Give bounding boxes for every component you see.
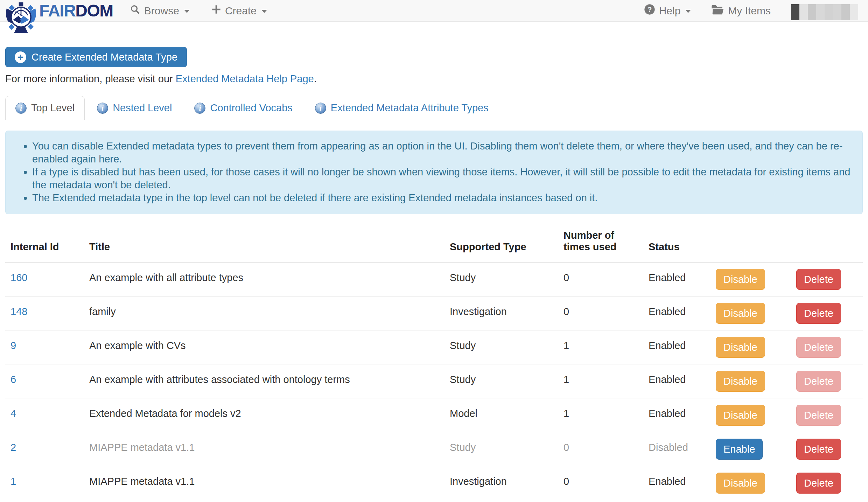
row-status: Enabled [649, 306, 686, 317]
disable-button[interactable]: Disable [716, 303, 765, 324]
tab-label: Nested Level [113, 102, 172, 114]
table-row: 1MIAPPE metadata v1.1Investigation0Enabl… [5, 466, 863, 500]
row-times-used: 0 [564, 272, 569, 283]
chevron-down-icon [685, 10, 691, 13]
tab-controlled-vocabs[interactable]: iControlled Vocabs [184, 96, 302, 120]
row-supported-type: Investigation [450, 476, 507, 487]
fairdom-wordmark: FAIRDOM [39, 0, 113, 22]
info-suffix: . [314, 73, 317, 84]
table-row: 160An example with all attribute typesSt… [5, 262, 863, 296]
notice-bullet: The Extended metadata type in the top le… [32, 191, 852, 204]
redacted-block [816, 4, 825, 20]
delete-button[interactable]: Delete [796, 303, 841, 324]
user-name-redacted[interactable] [791, 4, 858, 20]
tab-label: Controlled Vocabs [210, 102, 292, 114]
info-icon: i [194, 103, 205, 114]
create-button-label: Create Extended Metadata Type [31, 51, 177, 63]
table-header-row: Internal Id Title Supported Type Number … [5, 230, 863, 262]
tab-bar: iTop LeveliNested LeveliControlled Vocab… [5, 96, 863, 120]
row-title: An example with all attribute types [89, 272, 243, 283]
browse-menu[interactable]: Browse [130, 4, 190, 17]
tab-label: Extended Metadata Attribute Types [331, 102, 489, 114]
extended-metadata-help-link[interactable]: Extended Metadata Help Page [176, 73, 314, 84]
row-supported-type: Study [450, 374, 476, 385]
delete-button: Delete [796, 337, 841, 358]
create-menu[interactable]: Create [211, 5, 267, 17]
table-row: 148familyInvestigation0EnabledDisableDel… [5, 296, 863, 330]
chevron-down-icon [184, 10, 190, 13]
row-status: Enabled [649, 408, 686, 419]
row-times-used: 0 [564, 442, 569, 453]
row-title: Extended Metadata for models v2 [89, 408, 241, 419]
row-status: Enabled [649, 374, 686, 385]
header-internal-id: Internal Id [5, 230, 89, 262]
info-prefix: For more information, please visit our [5, 73, 176, 84]
my-items-link[interactable]: My Items [711, 4, 771, 18]
info-notice-panel: You can disable Extended metadata types … [5, 131, 863, 214]
row-id-link[interactable]: 6 [10, 374, 16, 385]
row-status: Enabled [649, 340, 686, 351]
row-id-link[interactable]: 9 [10, 340, 16, 351]
delete-button[interactable]: Delete [796, 439, 841, 460]
row-times-used: 0 [564, 476, 569, 487]
fairdom-logo-icon [3, 0, 39, 22]
redacted-block [850, 4, 858, 20]
notice-bullet: If a type is disabled but has been used,… [32, 166, 852, 191]
plus-circle-icon: + [15, 51, 26, 63]
delete-button[interactable]: Delete [796, 269, 841, 290]
row-times-used: 1 [564, 408, 569, 419]
tab-top-level[interactable]: iTop Level [5, 96, 85, 120]
enable-button[interactable]: Enable [716, 439, 763, 460]
row-title: MIAPPE metadata v1.1 [89, 476, 195, 487]
disable-button[interactable]: Disable [716, 337, 765, 358]
row-status: Enabled [649, 272, 686, 283]
disable-button[interactable]: Disable [716, 405, 765, 426]
tab-label: Top Level [31, 102, 75, 114]
row-title: family [89, 306, 116, 317]
notice-bullet: You can disable Extended metadata types … [32, 140, 852, 166]
info-icon: i [97, 103, 108, 114]
browse-label: Browse [144, 5, 179, 17]
table-row: 9An example with CVsStudy1EnabledDisable… [5, 330, 863, 364]
row-status: Disabled [649, 442, 688, 453]
header-times-used: Number of times used [564, 230, 649, 262]
create-extended-metadata-type-button[interactable]: + Create Extended Metadata Type [5, 47, 187, 67]
fairdom-brand[interactable]: FAIRDOM [3, 0, 113, 22]
row-title: An example with CVs [89, 340, 186, 351]
redacted-block [799, 4, 808, 20]
row-id-link[interactable]: 2 [10, 442, 16, 453]
info-icon: i [315, 103, 326, 114]
table-row: 4Extended Metadata for models v2Model1En… [5, 398, 863, 432]
help-menu[interactable]: ? Help [644, 4, 691, 18]
row-times-used: 0 [564, 306, 569, 317]
create-label: Create [225, 5, 257, 17]
help-info-line: For more information, please visit our E… [5, 73, 863, 85]
table-row: 6An example with attributes associated w… [5, 364, 863, 398]
info-icon: i [15, 103, 27, 114]
redacted-block [841, 4, 850, 20]
row-title: MIAPPE metadata v1.1 [89, 442, 195, 453]
redacted-block [825, 4, 833, 20]
row-id-link[interactable]: 4 [10, 408, 16, 419]
tab-nested-level[interactable]: iNested Level [87, 96, 182, 120]
disable-button[interactable]: Disable [716, 269, 765, 290]
delete-button[interactable]: Delete [796, 473, 841, 494]
question-circle-icon: ? [644, 4, 655, 18]
row-title: An example with attributes associated wi… [89, 374, 350, 385]
disable-button[interactable]: Disable [716, 371, 765, 392]
row-supported-type: Study [450, 340, 476, 351]
brand-dom-text: DOM [75, 1, 113, 20]
folder-icon [711, 4, 724, 18]
row-id-link[interactable]: 148 [10, 306, 27, 317]
row-supported-type: Study [450, 442, 476, 453]
row-id-link[interactable]: 1 [10, 476, 16, 487]
header-action-delete [796, 230, 863, 262]
row-id-link[interactable]: 160 [10, 272, 27, 283]
header-supported-type: Supported Type [450, 230, 564, 262]
help-label: Help [659, 5, 681, 17]
tab-extended-metadata-attribute-types[interactable]: iExtended Metadata Attribute Types [305, 96, 499, 120]
plus-icon [211, 5, 221, 17]
disable-button[interactable]: Disable [716, 473, 765, 494]
delete-button: Delete [796, 405, 841, 426]
delete-button: Delete [796, 371, 841, 392]
